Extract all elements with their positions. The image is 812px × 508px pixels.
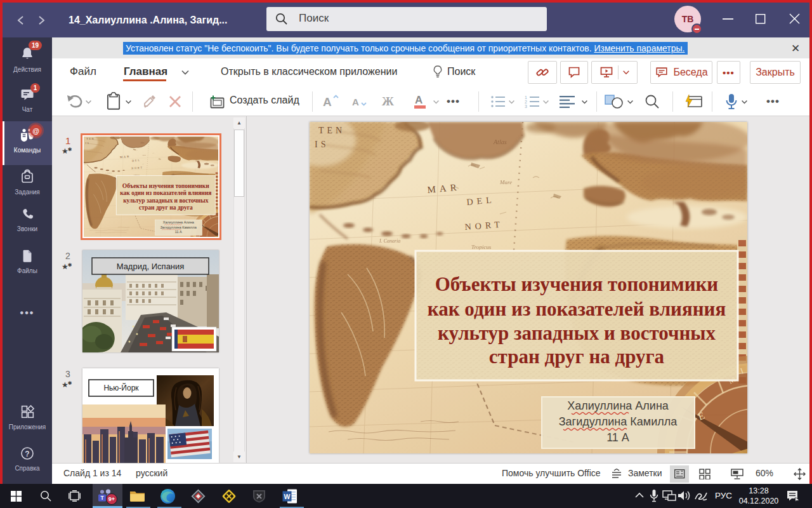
- svg-text:1: 1: [525, 95, 527, 100]
- svg-text:A: A: [415, 94, 422, 106]
- svg-text:T: T: [100, 495, 104, 501]
- svg-text:3: 3: [525, 104, 527, 109]
- svg-text:W: W: [284, 493, 291, 500]
- svg-text:Мадрид, Испания: Мадрид, Испания: [117, 262, 185, 271]
- svg-text:A: A: [352, 97, 359, 107]
- svg-text:?: ?: [25, 450, 29, 458]
- svg-text:2: 2: [525, 100, 527, 104]
- svg-text:A: A: [323, 95, 332, 109]
- svg-text:Нью-Йорк: Нью-Йорк: [103, 383, 139, 392]
